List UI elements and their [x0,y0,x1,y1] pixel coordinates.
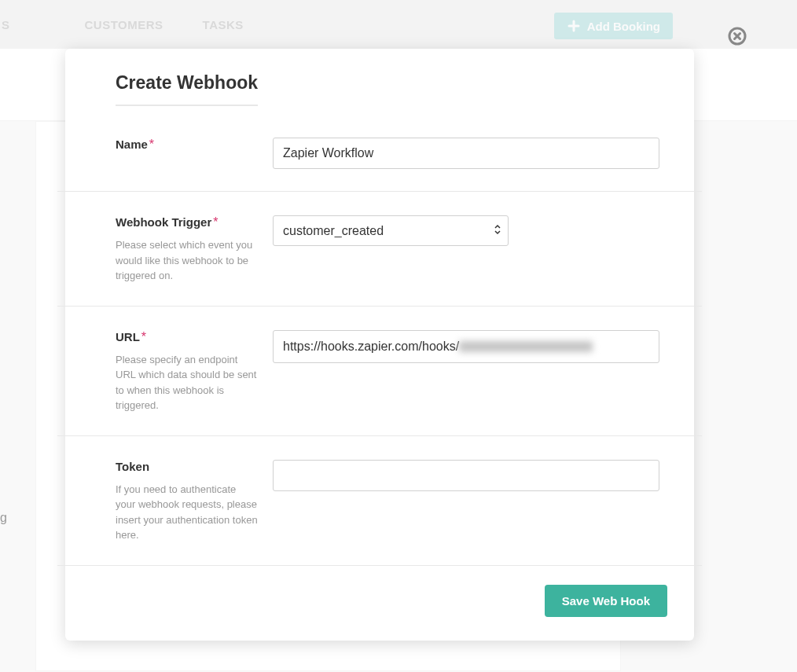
create-webhook-modal: Create Webhook Name* Webhook Trigger* Pl… [65,49,694,641]
modal-header: Create Webhook [65,49,694,106]
modal-body: Name* Webhook Trigger* Please select whi… [65,106,694,566]
url-helper: Please specify an endpoint URL which dat… [116,352,259,413]
token-input[interactable] [273,460,659,491]
save-webhook-button[interactable]: Save Web Hook [545,585,667,617]
required-indicator: * [213,215,218,229]
required-indicator: * [141,330,146,343]
trigger-select-wrapper: customer_created [273,215,509,246]
input-col-name [273,138,659,169]
trigger-select[interactable]: customer_created [273,215,509,246]
form-row-url: URL* Please specify an endpoint URL whic… [57,307,702,436]
url-masked-portion [459,341,593,352]
label-col-name: Name* [116,138,273,169]
url-label: URL [116,330,140,343]
input-col-url: https://hooks.zapier.com/hooks/ [273,330,659,413]
trigger-label: Webhook Trigger [116,215,211,229]
close-button[interactable] [728,27,747,46]
label-col-url: URL* Please specify an endpoint URL whic… [116,330,273,413]
url-visible-text: https://hooks.zapier.com/hooks/ [283,340,459,354]
name-label: Name [116,138,148,151]
form-row-trigger: Webhook Trigger* Please select which eve… [57,192,702,307]
required-indicator: * [149,138,154,151]
label-col-trigger: Webhook Trigger* Please select which eve… [116,215,273,284]
url-input[interactable]: https://hooks.zapier.com/hooks/ [273,330,659,363]
token-helper: If you need to authenticate your webhook… [116,482,259,543]
form-row-name: Name* [57,106,702,192]
token-label: Token [116,460,149,473]
trigger-helper: Please select which event you would like… [116,237,259,284]
input-col-trigger: customer_created [273,215,659,284]
input-col-token [273,460,659,543]
name-input[interactable] [273,138,659,169]
form-row-token: Token If you need to authenticate your w… [57,436,702,566]
modal-title: Create Webhook [116,72,258,106]
modal-footer: Save Web Hook [65,566,694,641]
close-icon [728,27,747,46]
label-col-token: Token If you need to authenticate your w… [116,460,273,543]
